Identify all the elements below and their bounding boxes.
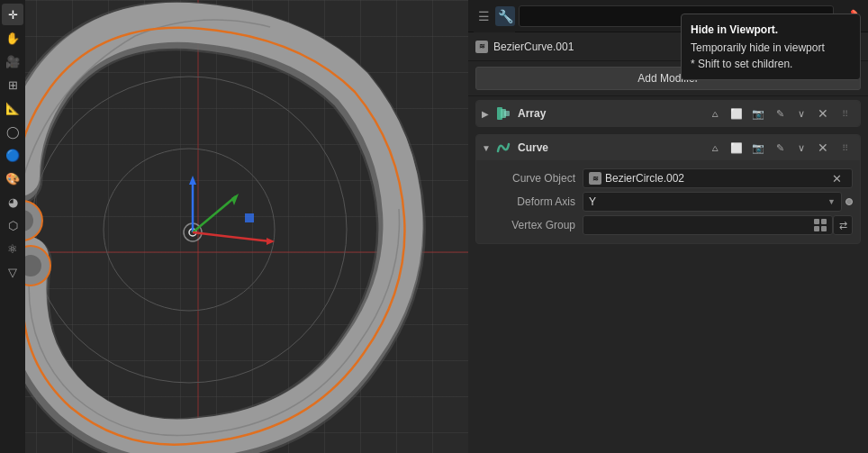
object-type-icon: ≋ [475, 41, 488, 53]
vp-tool-paint[interactable]: 🎨 [2, 168, 23, 189]
array-render-icon[interactable]: 📷 [748, 104, 768, 123]
add-modifier-button[interactable]: Add Modifier [475, 67, 861, 90]
svg-rect-20 [814, 219, 819, 224]
vp-tool-filter2[interactable]: ▽ [2, 261, 23, 283]
curve-modifier-icons: 🜂 ⬜ 📷 ✎ ∨ ✕ ⠿ [705, 138, 854, 158]
right-panel: ☰ 🔧 📌 ≋ BezierCurve.001 Hide in Viewport… [468, 0, 868, 453]
svg-line-14 [193, 232, 270, 241]
vp-tool-grid[interactable]: ⊞ [2, 74, 23, 95]
viewport-3d[interactable]: ✛ ✋ 🎥 ⊞ 📐 ◯ 🔵 🎨 ◕ ⬡ ⚛ ▽ [0, 0, 468, 453]
array-expand-arrow[interactable]: ▶ [482, 109, 493, 119]
deform-axis-dot[interactable] [845, 198, 853, 205]
curve-object-value-field[interactable]: ≋ BezierCircle.002 ✕ [583, 168, 853, 188]
curve-modifier-name: Curve [518, 141, 701, 154]
vertex-group-value-field[interactable] [583, 215, 833, 235]
curve-filter-icon[interactable]: 🜂 [705, 138, 725, 158]
vp-tool-circle[interactable]: ◯ [2, 121, 23, 142]
array-chevron-icon[interactable]: ∨ [791, 104, 811, 123]
curve-obj-icon: ≋ [589, 172, 601, 185]
vp-tool-texture[interactable]: ⬡ [2, 214, 23, 236]
curve-object-clear-btn[interactable]: ✕ [827, 168, 846, 188]
vp-tool-cursor[interactable]: ✛ [2, 4, 23, 25]
curve-modifier-body: Curve Object ≋ BezierCircle.002 ✕ Deform… [476, 160, 860, 243]
curve-chevron-icon[interactable]: ∨ [791, 138, 811, 158]
array-modifier-icons: 🜂 ⬜ 📷 ✎ ∨ ✕ ⠿ [705, 104, 854, 123]
svg-point-3 [104, 149, 275, 311]
vp-tool-camera[interactable]: 🎥 [2, 50, 23, 72]
curve-render-icon[interactable]: 📷 [748, 138, 768, 158]
tooltip-line1: Temporarily hide in viewport [691, 40, 851, 56]
pin-button[interactable]: 📌 [837, 4, 863, 29]
props-icon-wrench[interactable]: 🔧 [495, 6, 515, 26]
deform-axis-row: Deform Axis Y ▼ [484, 191, 853, 213]
array-realtime-icon[interactable]: ⬜ [727, 104, 746, 123]
modifier-curve-header[interactable]: ▼ Curve 🜂 ⬜ 📷 ✎ ∨ ✕ ⠿ [476, 135, 860, 160]
curve-close-button[interactable]: ✕ [813, 138, 833, 158]
top-bar: ☰ 🔧 📌 [468, 0, 868, 32]
deform-axis-label: Deform Axis [484, 195, 583, 208]
object-header: ≋ BezierCurve.001 Hide in Viewport. Temp… [468, 32, 868, 61]
curve-object-row: Curve Object ≋ BezierCircle.002 ✕ [484, 168, 853, 189]
deform-axis-value-field[interactable]: Y ▼ [583, 192, 842, 212]
viewport-scene [0, 0, 468, 453]
object-name-row: ≋ BezierCurve.001 [475, 41, 574, 53]
array-grip-handle[interactable]: ⠿ [835, 104, 854, 123]
array-filter-icon[interactable]: 🜂 [705, 104, 725, 123]
modifier-curve: ▼ Curve 🜂 ⬜ 📷 ✎ ∨ ✕ ⠿ Curve Object ≋ [475, 134, 861, 244]
vp-tool-sculpt[interactable]: ◕ [2, 191, 23, 213]
array-edit-icon[interactable]: ✎ [770, 104, 790, 123]
viewport-tools-strip: ✛ ✋ 🎥 ⊞ 📐 ◯ 🔵 🎨 ◕ ⬡ ⚛ ▽ [0, 0, 25, 453]
svg-rect-23 [821, 226, 827, 231]
deform-axis-chevron: ▼ [827, 197, 836, 206]
array-modifier-icon [496, 106, 511, 121]
curve-realtime-icon[interactable]: ⬜ [727, 138, 746, 158]
props-icon-menu[interactable]: ☰ [474, 6, 493, 26]
vertex-group-icon [814, 219, 827, 231]
curve-expand-arrow[interactable]: ▼ [482, 143, 493, 153]
curve-grip-handle[interactable]: ⠿ [835, 138, 854, 158]
deform-axis-value: Y [589, 195, 596, 208]
array-close-button[interactable]: ✕ [813, 104, 833, 123]
object-name-label: BezierCurve.001 [493, 41, 574, 53]
curve-object-label: Curve Object [484, 172, 583, 185]
svg-rect-19 [504, 111, 510, 116]
svg-line-12 [193, 196, 236, 232]
svg-rect-22 [814, 226, 819, 231]
vp-tool-measure[interactable]: 📐 [2, 97, 23, 119]
vertex-group-label: Vertex Group [484, 219, 583, 231]
curve-object-value: BezierCircle.002 [605, 172, 684, 185]
vp-tool-filter[interactable]: 🔵 [2, 144, 23, 166]
svg-point-2 [32, 77, 347, 383]
svg-rect-16 [245, 213, 254, 222]
svg-marker-11 [189, 176, 196, 185]
modifier-array-header[interactable]: ▶ Array 🜂 ⬜ 📷 ✎ ∨ ✕ ⠿ [476, 101, 860, 126]
array-modifier-name: Array [518, 107, 701, 120]
svg-rect-21 [821, 219, 827, 224]
curve-edit-icon[interactable]: ✎ [770, 138, 790, 158]
modifier-array: ▶ Array 🜂 ⬜ 📷 ✎ ∨ ✕ ⠿ [475, 100, 861, 127]
svg-marker-13 [231, 194, 239, 205]
search-input[interactable] [519, 5, 834, 27]
vp-tool-move[interactable]: ✋ [2, 27, 23, 49]
add-modifier-row: Add Modifier [468, 61, 868, 96]
vp-tool-atom[interactable]: ⚛ [2, 238, 23, 259]
vertex-group-arrows[interactable]: ⇄ [833, 215, 853, 235]
properties-icons: ☰ 🔧 [474, 0, 515, 32]
curve-modifier-icon [496, 140, 511, 155]
vertex-group-row: Vertex Group ⇄ [484, 214, 853, 236]
